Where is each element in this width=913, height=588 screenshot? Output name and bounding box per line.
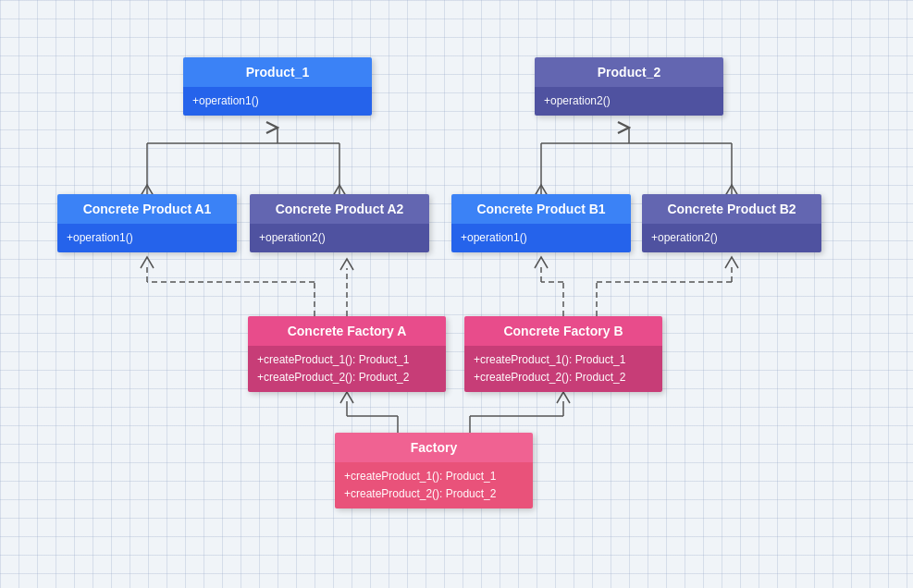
factory-label: Factory	[411, 440, 458, 455]
factory-op2: +createProduct_2(): Product_2	[344, 485, 524, 503]
concrete-product-a1-box: Concrete Product A1 +operation1()	[57, 194, 237, 252]
product2-label: Product_2	[598, 65, 660, 80]
concrete-product-a1-label: Concrete Product A1	[83, 202, 212, 216]
concrete-product-a1-header: Concrete Product A1	[57, 194, 237, 224]
product1-label: Product_1	[246, 65, 309, 80]
concrete-factory-a-label: Concrete Factory A	[288, 324, 407, 338]
concrete-product-a2-body: +operation2()	[250, 224, 429, 252]
concrete-product-a2-op: +operation2()	[259, 231, 326, 244]
concrete-product-b1-body: +operation1()	[451, 224, 631, 252]
factory-op1: +createProduct_1(): Product_1	[344, 468, 524, 485]
factory-body: +createProduct_1(): Product_1 +createPro…	[335, 462, 533, 508]
product2-box: Product_2 +operation2()	[535, 57, 723, 116]
concrete-product-a2-box: Concrete Product A2 +operation2()	[250, 194, 429, 252]
concrete-product-b1-header: Concrete Product B1	[451, 194, 631, 224]
concrete-product-a1-body: +operation1()	[57, 224, 237, 252]
concrete-factory-a-header: Concrete Factory A	[248, 316, 446, 346]
factory-box: Factory +createProduct_1(): Product_1 +c…	[335, 433, 533, 508]
product1-box: Product_1 +operation1()	[183, 57, 372, 116]
concrete-product-b2-box: Concrete Product B2 +operation2()	[642, 194, 821, 252]
concrete-factory-a-body: +createProduct_1(): Product_1 +createPro…	[248, 346, 446, 392]
concrete-product-a2-header: Concrete Product A2	[250, 194, 429, 224]
product1-body: +operation1()	[183, 87, 372, 116]
concrete-factory-b-body: +createProduct_1(): Product_1 +createPro…	[464, 346, 662, 392]
product1-header: Product_1	[183, 57, 372, 87]
concrete-product-b2-body: +operation2()	[642, 224, 821, 252]
concrete-factory-b-op1: +createProduct_1(): Product_1	[474, 351, 653, 369]
concrete-product-b1-box: Concrete Product B1 +operation1()	[451, 194, 631, 252]
concrete-factory-b-header: Concrete Factory B	[464, 316, 662, 346]
factory-header: Factory	[335, 433, 533, 462]
concrete-factory-a-op1: +createProduct_1(): Product_1	[257, 351, 437, 369]
concrete-factory-a-box: Concrete Factory A +createProduct_1(): P…	[248, 316, 446, 392]
concrete-product-b1-op: +operation1()	[461, 231, 527, 244]
concrete-product-b2-header: Concrete Product B2	[642, 194, 821, 224]
concrete-product-a2-label: Concrete Product A2	[276, 202, 404, 216]
concrete-product-b1-label: Concrete Product B1	[476, 202, 605, 216]
concrete-product-a1-op: +operation1()	[67, 231, 133, 244]
product1-op: +operation1()	[192, 94, 259, 107]
product2-op: +operation2()	[544, 94, 611, 107]
concrete-product-b2-label: Concrete Product B2	[667, 202, 796, 216]
concrete-factory-b-box: Concrete Factory B +createProduct_1(): P…	[464, 316, 662, 392]
diagram-container: Product_1 +operation1() Product_2 +opera…	[0, 0, 913, 588]
concrete-factory-b-op2: +createProduct_2(): Product_2	[474, 369, 653, 386]
product2-header: Product_2	[535, 57, 723, 87]
concrete-factory-b-label: Concrete Factory B	[503, 324, 623, 338]
concrete-product-b2-op: +operation2()	[651, 231, 718, 244]
product2-body: +operation2()	[535, 87, 723, 116]
concrete-factory-a-op2: +createProduct_2(): Product_2	[257, 369, 437, 386]
